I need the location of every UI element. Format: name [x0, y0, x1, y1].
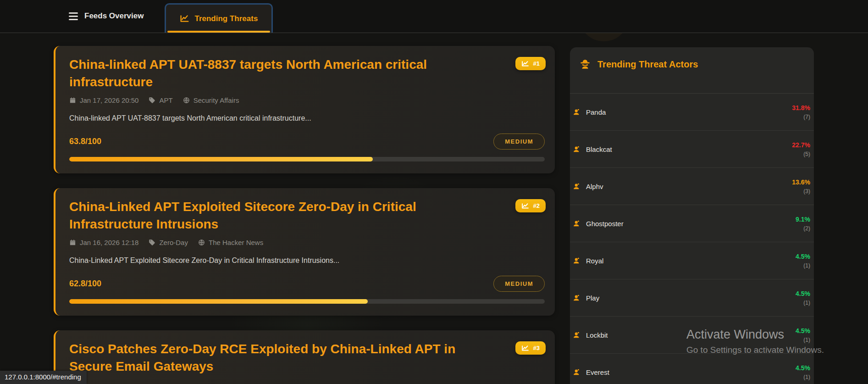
user-icon: [573, 145, 581, 153]
user-icon: [573, 220, 581, 228]
actor-percent: 4.5%: [796, 327, 810, 334]
rank-badge: #3: [515, 341, 546, 355]
actor-count: (7): [803, 114, 810, 120]
actor-percent: 22.7%: [792, 141, 810, 149]
severity-badge: MEDIUM: [493, 276, 545, 292]
actor-percent: 9.1%: [796, 216, 810, 223]
threat-title[interactable]: China-Linked APT Exploited Sitecore Zero…: [69, 198, 491, 233]
threat-date: Jan 16, 2026 12:18: [69, 239, 138, 246]
actor-row[interactable]: Everest 4.5%(1): [570, 354, 814, 384]
hamburger-menu-icon: [69, 12, 78, 20]
actor-row[interactable]: Blackcat 22.7%(5): [570, 131, 814, 168]
threat-actors-header: Trending Threat Actors: [570, 47, 814, 94]
threat-title[interactable]: Cisco Patches Zero-Day RCE Exploited by …: [69, 340, 491, 375]
threat-source: The Hacker News: [198, 239, 263, 246]
threat-meta: Jan 16, 2026 12:18 Zero-Day The Hacker N…: [69, 239, 545, 246]
tab-trending-threats[interactable]: Trending Threats: [165, 3, 273, 33]
actor-name: Panda: [586, 108, 606, 116]
threat-date: Jan 17, 2026 20:50: [69, 96, 138, 104]
threat-card[interactable]: #2 China-Linked APT Exploited Sitecore Z…: [54, 188, 555, 316]
actor-name: Everest: [586, 368, 609, 376]
threat-tag: Zero-Day: [149, 239, 188, 246]
actor-name: Alphv: [586, 183, 603, 190]
chart-line-icon: [180, 14, 189, 23]
chart-line-icon: [521, 202, 529, 210]
threat-score: 62.8/100: [69, 279, 101, 289]
threat-tag: APT: [149, 96, 172, 104]
rank-label: #2: [533, 202, 540, 209]
rank-badge: #1: [515, 57, 546, 70]
trending-threat-actors-panel: Trending Threat Actors Panda 31.8%(7) Bl…: [570, 47, 814, 384]
actor-count: (2): [803, 225, 810, 232]
threat-source: Security Affairs: [183, 96, 239, 104]
calendar-icon: [69, 97, 76, 104]
user-icon: [573, 368, 581, 376]
user-icon: [573, 294, 581, 302]
actor-percent: 4.5%: [796, 253, 810, 260]
globe-icon: [198, 239, 205, 246]
actor-percent: 31.8%: [792, 104, 810, 111]
actor-row[interactable]: Alphv 13.6%(3): [570, 168, 814, 205]
rank-label: #3: [533, 345, 540, 351]
severity-badge: MEDIUM: [493, 134, 545, 150]
threat-card[interactable]: #3 Cisco Patches Zero-Day RCE Exploited …: [54, 330, 555, 384]
rank-label: #1: [533, 60, 540, 67]
threat-actors-list: Panda 31.8%(7) Blackcat 22.7%(5) Alphv 1…: [570, 94, 814, 384]
active-tab-underline: [167, 31, 270, 33]
actor-name: Lockbit: [586, 331, 608, 339]
actor-name: Royal: [586, 257, 603, 265]
user-icon: [573, 183, 581, 190]
threat-card[interactable]: #1 China-linked APT UAT-8837 targets Nor…: [54, 46, 555, 173]
actor-count: (1): [803, 300, 810, 306]
rank-badge: #2: [515, 199, 546, 212]
globe-icon: [183, 97, 190, 104]
threat-score: 63.8/100: [69, 137, 101, 146]
tab-trending-threats-label: Trending Threats: [194, 14, 258, 23]
actor-name: Play: [586, 294, 599, 302]
actor-count: (1): [803, 337, 810, 343]
threat-description: China-Linked APT Exploited Sitecore Zero…: [69, 256, 545, 265]
actor-row[interactable]: Ghostposter 9.1%(2): [570, 205, 814, 242]
calendar-icon: [69, 239, 76, 246]
tab-feeds-overview[interactable]: Feeds Overview: [69, 0, 155, 33]
actor-count: (1): [803, 262, 810, 269]
spy-icon: [579, 58, 591, 70]
actor-percent: 13.6%: [792, 178, 810, 186]
threat-actors-title: Trending Threat Actors: [597, 59, 698, 70]
score-progress-bar: [69, 299, 545, 304]
actor-name: Ghostposter: [586, 220, 624, 228]
threat-meta: Jan 17, 2026 20:50 APT Security Affairs: [69, 96, 545, 104]
user-icon: [573, 108, 581, 116]
actor-row[interactable]: Royal 4.5%(1): [570, 242, 814, 279]
actor-count: (1): [803, 374, 810, 380]
actor-count: (3): [803, 188, 810, 195]
actor-row[interactable]: Panda 31.8%(7): [570, 94, 814, 131]
actor-percent: 4.5%: [796, 290, 810, 297]
actor-count: (5): [803, 151, 810, 157]
user-icon: [573, 331, 581, 339]
chart-line-icon: [521, 344, 529, 352]
threat-description: China-linked APT UAT-8837 targets North …: [69, 114, 545, 122]
actor-row[interactable]: Lockbit 4.5%(1): [570, 317, 814, 354]
actor-percent: 4.5%: [796, 364, 810, 372]
browser-status-url: 127.0.0.1:8000/#trending: [0, 371, 87, 384]
actor-name: Blackcat: [586, 145, 612, 153]
threat-title[interactable]: China-linked APT UAT-8837 targets North …: [69, 56, 491, 91]
score-progress-bar: [69, 157, 545, 161]
chart-line-icon: [521, 60, 529, 67]
tag-icon: [149, 97, 155, 104]
trending-threats-list: #1 China-linked APT UAT-8837 targets Nor…: [54, 46, 555, 384]
tag-icon: [149, 239, 155, 246]
tab-feeds-overview-label: Feeds Overview: [84, 11, 144, 21]
user-icon: [573, 257, 581, 265]
actor-row[interactable]: Play 4.5%(1): [570, 279, 814, 317]
tab-bar: Feeds Overview Trending Threats: [0, 0, 868, 33]
